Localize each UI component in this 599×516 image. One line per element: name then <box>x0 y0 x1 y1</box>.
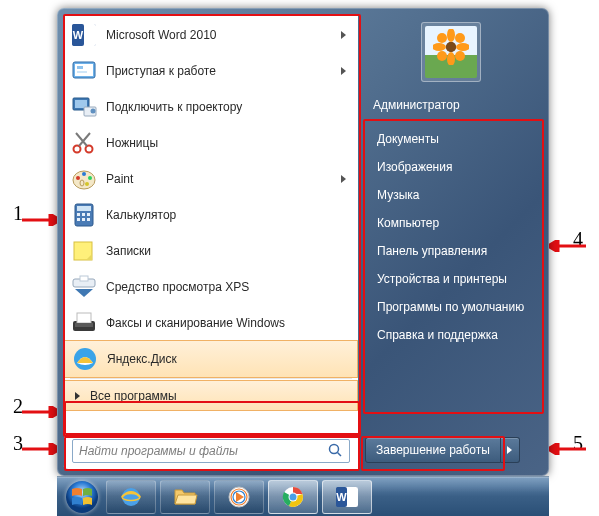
svg-text:W: W <box>336 491 347 503</box>
svg-point-37 <box>447 29 455 42</box>
svg-rect-22 <box>77 213 80 216</box>
svg-point-45 <box>446 42 456 52</box>
right-item-devices[interactable]: Устройства и принтеры <box>363 266 539 292</box>
wmp-icon <box>226 484 252 510</box>
program-item-xps[interactable]: Средство просмотра XPS <box>64 269 358 305</box>
taskbar: W <box>57 476 549 516</box>
arrow-4-icon <box>548 240 586 252</box>
chevron-right-icon <box>341 31 346 39</box>
svg-point-11 <box>91 109 96 114</box>
program-label: Подключить к проектору <box>106 100 350 114</box>
search-input[interactable]: Найти программы и файлы <box>72 439 350 463</box>
all-programs-item[interactable]: Все программы <box>64 380 358 411</box>
arrow-5-icon <box>548 443 586 455</box>
svg-rect-6 <box>77 66 83 69</box>
chevron-right-icon <box>507 446 512 454</box>
svg-rect-30 <box>80 276 88 281</box>
flower-icon <box>433 29 469 65</box>
svg-point-35 <box>330 444 339 453</box>
right-item-computer[interactable]: Компьютер <box>363 210 539 236</box>
arrow-2-icon <box>22 406 60 418</box>
start-button[interactable] <box>61 479 103 515</box>
program-label: Приступая к работе <box>106 64 341 78</box>
svg-rect-27 <box>87 218 90 221</box>
svg-point-40 <box>433 43 446 51</box>
svg-point-46 <box>66 481 98 513</box>
taskbar-item-explorer[interactable] <box>160 480 210 514</box>
getting-started-icon <box>70 57 98 85</box>
svg-point-47 <box>122 488 140 506</box>
svg-point-41 <box>455 33 465 43</box>
program-label: Факсы и сканирование Windows <box>106 316 350 330</box>
svg-point-13 <box>86 146 93 153</box>
start-menu: W Microsoft Word 2010 Приступая к работе <box>57 8 549 476</box>
svg-point-12 <box>74 146 81 153</box>
arrow-1-icon <box>22 214 60 226</box>
right-item-pictures[interactable]: Изображения <box>363 154 539 180</box>
arrow-3-icon <box>22 443 60 455</box>
chevron-right-icon <box>341 175 346 183</box>
svg-point-43 <box>437 51 447 61</box>
xps-viewer-icon <box>70 273 98 301</box>
program-list: W Microsoft Word 2010 Приступая к работе <box>64 15 358 411</box>
right-item-help[interactable]: Справка и поддержка <box>363 322 539 348</box>
start-menu-left-pane: W Microsoft Word 2010 Приступая к работе <box>63 14 359 470</box>
program-label: Калькулятор <box>106 208 350 222</box>
svg-point-44 <box>437 33 447 43</box>
user-name-label[interactable]: Администратор <box>359 90 543 124</box>
program-item-word[interactable]: W Microsoft Word 2010 <box>64 17 358 53</box>
taskbar-item-word[interactable]: W <box>322 480 372 514</box>
search-placeholder: Найти программы и файлы <box>79 444 327 458</box>
folder-icon <box>172 484 198 510</box>
word-icon: W <box>70 21 98 49</box>
svg-rect-23 <box>82 213 85 216</box>
word-icon: W <box>334 484 360 510</box>
program-label: Ножницы <box>106 136 350 150</box>
svg-rect-24 <box>87 213 90 216</box>
taskbar-item-chrome[interactable] <box>268 480 318 514</box>
chevron-right-icon <box>75 392 80 400</box>
program-item-getting-started[interactable]: Приступая к работе <box>64 53 358 89</box>
svg-point-39 <box>447 52 455 65</box>
svg-point-54 <box>290 493 297 500</box>
program-item-yadisk[interactable]: Яндекс.Диск <box>64 340 358 378</box>
svg-point-15 <box>76 176 80 180</box>
program-item-snipping[interactable]: Ножницы <box>64 125 358 161</box>
program-label: Paint <box>106 172 341 186</box>
svg-point-18 <box>85 182 89 186</box>
windows-logo-icon <box>65 480 99 514</box>
shutdown-button[interactable]: Завершение работы <box>365 437 501 463</box>
search-icon <box>327 442 343 461</box>
program-label: Microsoft Word 2010 <box>106 28 341 42</box>
shutdown-options-button[interactable] <box>501 437 520 463</box>
svg-rect-33 <box>75 323 93 327</box>
program-item-calculator[interactable]: Калькулятор <box>64 197 358 233</box>
taskbar-item-ie[interactable] <box>106 480 156 514</box>
yandex-disk-icon <box>71 345 99 373</box>
program-item-faxscan[interactable]: Факсы и сканирование Windows <box>64 305 358 341</box>
taskbar-item-wmp[interactable] <box>214 480 264 514</box>
svg-text:W: W <box>73 29 84 41</box>
svg-point-17 <box>88 176 92 180</box>
program-label: Записки <box>106 244 350 258</box>
user-picture-frame[interactable] <box>421 22 481 82</box>
all-programs-label: Все программы <box>90 389 349 403</box>
program-item-paint[interactable]: Paint <box>64 161 358 197</box>
right-item-defaults[interactable]: Программы по умолчанию <box>363 294 539 320</box>
svg-point-16 <box>82 172 86 176</box>
right-item-documents[interactable]: Документы <box>363 126 539 152</box>
svg-rect-7 <box>77 71 87 73</box>
svg-rect-26 <box>82 218 85 221</box>
right-item-music[interactable]: Музыка <box>363 182 539 208</box>
shutdown-label: Завершение работы <box>376 443 490 457</box>
right-item-cpanel[interactable]: Панель управления <box>363 238 539 264</box>
ie-icon <box>118 484 144 510</box>
shutdown-group: Завершение работы <box>365 437 520 463</box>
svg-rect-5 <box>75 64 93 76</box>
program-item-sticky[interactable]: Записки <box>64 233 358 269</box>
chevron-right-icon <box>341 67 346 75</box>
program-item-projector[interactable]: Подключить к проектору <box>64 89 358 125</box>
fax-scan-icon <box>70 309 98 337</box>
svg-point-42 <box>455 51 465 61</box>
svg-point-19 <box>80 180 84 186</box>
